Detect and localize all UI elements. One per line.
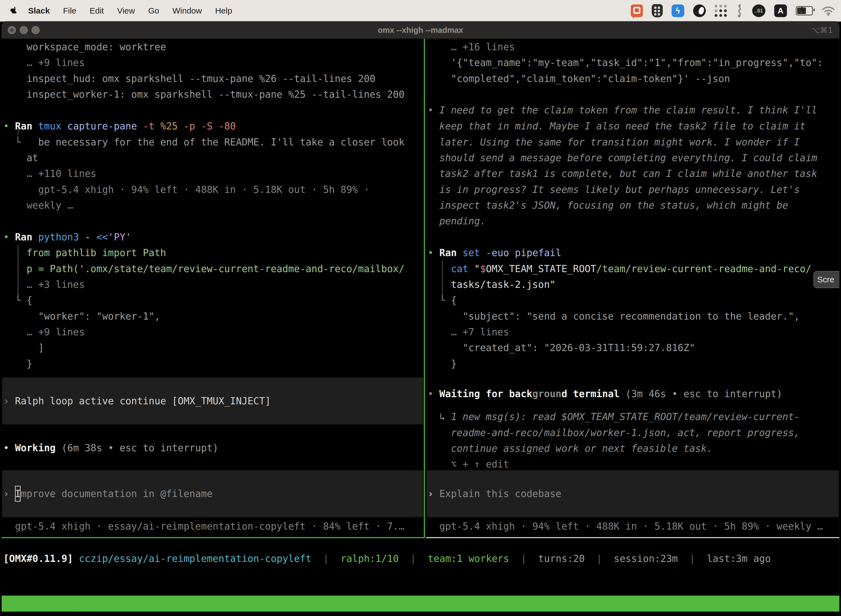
terminal-line: … +110 lines — [3, 166, 424, 182]
terminal-line: inspect_worker-1: omx sparkshell --tmux-… — [3, 87, 424, 103]
terminal-line: "subject": "send a concise recommendatio… — [428, 308, 840, 324]
menu-item-window[interactable]: Window — [166, 6, 209, 15]
tmux-pane-left[interactable]: workspace_mode: worktree … +9 lines insp… — [1, 39, 424, 538]
tmux-status-bar: [omx-cczip0:bash* "MacBook-Pro-44.local"… — [1, 595, 840, 612]
terminal-line: ] — [3, 340, 424, 356]
token: › — [3, 396, 15, 406]
close-button[interactable] — [8, 26, 16, 34]
composer-input-line-left[interactable]: › Improve documentation in @filename — [3, 486, 424, 502]
shield-grid-icon[interactable] — [652, 4, 663, 18]
token: (6m 38s • esc to interrupt) — [62, 442, 218, 453]
token: • — [3, 232, 15, 243]
token: › — [428, 488, 439, 499]
menu-left: Slack File Edit View Go Window Help — [0, 6, 239, 15]
token: └ — [3, 295, 26, 306]
token: Ran — [439, 247, 463, 258]
token: 'PY' — [108, 232, 131, 243]
token: (3m 46s • esc to interrupt) — [625, 388, 782, 399]
token: gpt-5.4 xhigh · 94% left · 488K in · 5.1… — [3, 184, 370, 195]
token: › — [3, 488, 15, 499]
token: } — [3, 358, 32, 369]
thinking-line: • I need to get the claim token from the… — [428, 102, 840, 118]
menu-item-help[interactable]: Help — [209, 6, 239, 15]
tmux-pane-right[interactable]: … +16 lines '{"team_name":"my-team","tas… — [426, 39, 840, 538]
token: is in progress? It seems likely but perh… — [428, 184, 800, 195]
token: turns:20 — [538, 553, 585, 564]
token: p = Path('.omx/state/team/review-current… — [3, 263, 404, 274]
terminal-line: '{"team_name":"my-team","task_id":"1","f… — [428, 55, 840, 70]
token: mprove documentation in @filename — [21, 488, 212, 499]
token: -80 — [218, 120, 236, 132]
token: be necessary for the end of the README. … — [38, 136, 404, 148]
token: -p — [183, 120, 201, 132]
token: | — [509, 553, 538, 564]
token: … +16 lines — [428, 41, 515, 53]
ralph-banner-line: › Ralph loop active continue [OMX_TMUX_I… — [3, 393, 424, 409]
token: } — [428, 358, 457, 369]
token: gpt-5.4 xhigh · 94% left · 488K in · 5.1… — [428, 521, 823, 532]
terminal-line: } — [3, 356, 424, 372]
token: -S — [201, 120, 218, 132]
menu-status-icons: ϟ ..61 A ϟ — [631, 4, 841, 18]
token: set — [463, 247, 486, 258]
token: cczip/essay/ai-reimplementation-copyleft — [79, 553, 312, 564]
token: … +110 lines — [3, 168, 96, 179]
token: readme-and-reco/mailbox/worker-1.json, a… — [428, 427, 800, 438]
thinking-line: should send a message before completing … — [428, 150, 840, 166]
chat-app-icon[interactable] — [631, 4, 643, 17]
token: I need to get the claim token from the c… — [439, 105, 817, 116]
terminal-line: from pathlib import Path — [3, 245, 424, 261]
terminal-line: … +9 lines — [3, 55, 424, 70]
terminal-line: … +16 lines — [428, 39, 840, 55]
queued-message-line: readme-and-reco/mailbox/worker-1.json, a… — [428, 425, 840, 441]
token: '{"team_name":"my-team","task_id":"1","f… — [428, 57, 823, 68]
waiting-status-line: • Waiting for background terminal (3m 46… — [428, 386, 840, 402]
terminal-line: inspect_hud: omx sparkshell --tmux-pane … — [3, 70, 424, 87]
pane-border-bottom-active — [1, 537, 424, 538]
input-source-icon[interactable]: A — [774, 4, 787, 17]
menu-item-go[interactable]: Go — [142, 6, 166, 15]
terminal-line: └ { — [3, 292, 424, 308]
token: Working — [15, 442, 62, 453]
minimize-button[interactable] — [20, 26, 28, 34]
battery-charging-icon[interactable]: ϟ — [796, 6, 813, 15]
token: | — [678, 553, 707, 564]
menu-item-file[interactable]: File — [56, 6, 83, 15]
dots-grid-icon[interactable] — [715, 5, 727, 17]
token: ralph:1/10 — [340, 553, 399, 564]
token: workspace_mode: worktree — [3, 41, 166, 53]
token: tmux — [38, 120, 67, 132]
squiggle-icon[interactable] — [736, 4, 743, 18]
pane-divider[interactable] — [424, 39, 425, 538]
thinking-line: task2 after task1 is complete, but can I… — [428, 166, 840, 182]
token: [OMX#0.11.9] — [3, 553, 79, 564]
tree-connector — [18, 128, 19, 135]
omx-status-bar: [OMX#0.11.9] cczip/essay/ai-reimplementa… — [3, 551, 771, 567]
lightning-app-icon[interactable]: ϟ — [672, 4, 684, 17]
zoom-button[interactable] — [31, 26, 40, 34]
circle-badge-icon[interactable]: ..61 — [752, 4, 765, 17]
token: at — [3, 153, 38, 163]
terminal-window: omx --xhigh --madmax ⌥⌘1 workspace_mode:… — [1, 22, 840, 616]
working-status-line: • Working (6m 38s • esc to interrupt) — [3, 440, 424, 456]
crescent-circle-icon[interactable] — [693, 4, 706, 17]
window-titlebar[interactable]: omx --xhigh --madmax ⌥⌘1 — [1, 22, 840, 39]
token: ] — [3, 342, 44, 353]
menu-item-edit[interactable]: Edit — [83, 6, 111, 15]
menu-item-view[interactable]: View — [110, 6, 141, 15]
composer-input-line-right[interactable]: › Explain this codebase — [428, 486, 840, 502]
command-line: • Ran python3 - <<'PY' — [3, 229, 424, 245]
token: inspect_worker-1: omx sparkshell --tmux-… — [3, 89, 404, 100]
terminal-line: workspace_mode: worktree — [3, 39, 424, 55]
menu-app-name[interactable]: Slack — [22, 6, 56, 15]
token: ↳ — [428, 411, 451, 422]
token: tasks/task-2.json" — [428, 279, 556, 290]
command-line: • Ran set -euo pipefail — [428, 245, 840, 261]
wifi-icon[interactable] — [822, 6, 835, 16]
token: later. Using the same for transition mig… — [428, 136, 800, 148]
screen-share-overlay[interactable]: Scre — [813, 271, 840, 288]
token: python3 — [38, 232, 85, 243]
token: -t — [143, 120, 160, 132]
model-status-line-left: gpt-5.4 xhigh · essay/ai-reimplementatio… — [3, 518, 424, 534]
apple-logo-icon[interactable] — [10, 7, 18, 15]
